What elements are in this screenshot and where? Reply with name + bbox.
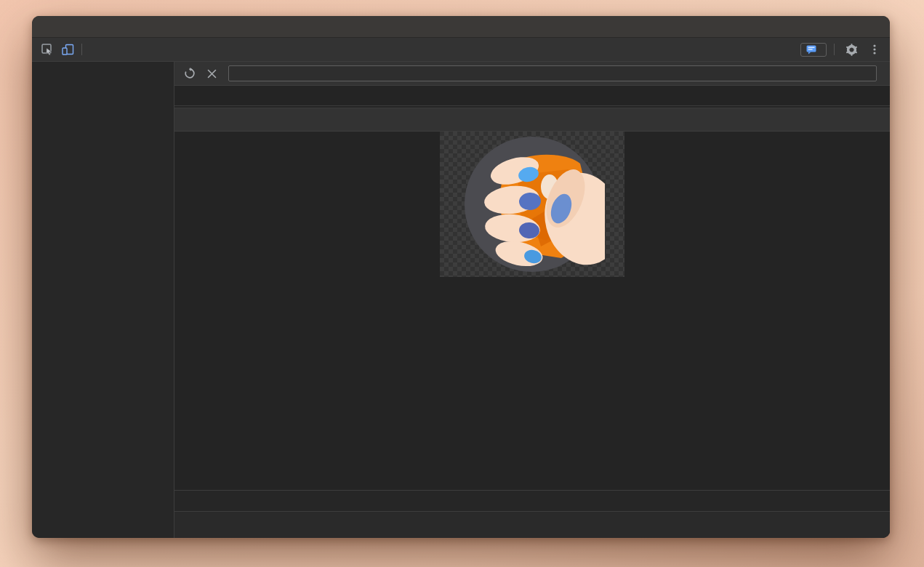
delete-selected-icon[interactable] [202,65,221,82]
titlebar [32,16,890,38]
cache-filter-toolbar [174,62,890,86]
cache-table-header[interactable] [174,86,890,106]
devtools-window [32,16,890,538]
resource-pane-tabs [174,108,890,132]
issues-bubble-icon [806,45,817,55]
squoosh-logo-image [459,132,605,277]
toolbar-divider [834,44,835,55]
toolbar-divider [81,44,82,55]
device-toolbar-icon[interactable] [58,41,77,58]
minimize-window-button[interactable] [56,23,65,31]
preview-image[interactable] [440,132,624,277]
total-entries-bar [174,511,890,538]
preview-area [174,132,890,490]
inspect-element-icon[interactable] [38,41,57,58]
filter-by-path-input[interactable] [228,65,877,81]
refresh-icon[interactable] [180,65,199,82]
image-status-bar [174,490,890,511]
zoom-window-button[interactable] [71,23,79,31]
close-window-button[interactable] [41,23,50,31]
traffic-lights [41,16,79,37]
devtools-tabbar [32,38,890,62]
application-sidebar [32,62,174,538]
kebab-menu-icon[interactable] [865,41,884,58]
more-tabs-button[interactable] [88,38,103,61]
settings-gear-icon[interactable] [842,41,861,58]
issues-button[interactable] [800,43,827,57]
